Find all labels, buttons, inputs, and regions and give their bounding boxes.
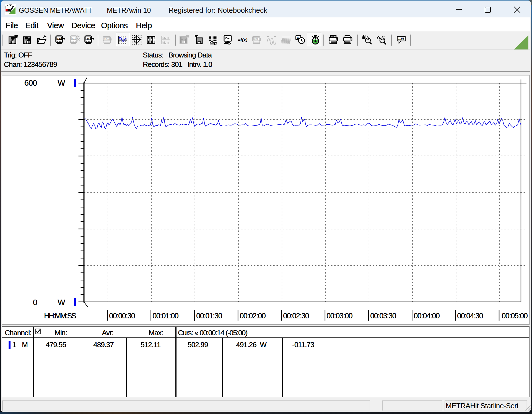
- svg-text:321: 321: [71, 37, 76, 40]
- svg-text:M: M: [87, 37, 89, 40]
- svg-text:321: 321: [254, 38, 258, 40]
- svg-text:=f(x): =f(x): [238, 38, 247, 42]
- svg-text:1257: 1257: [104, 38, 109, 40]
- svg-text:321: 321: [57, 37, 62, 40]
- svg-text:1/2/3: 1/2/3: [398, 37, 404, 40]
